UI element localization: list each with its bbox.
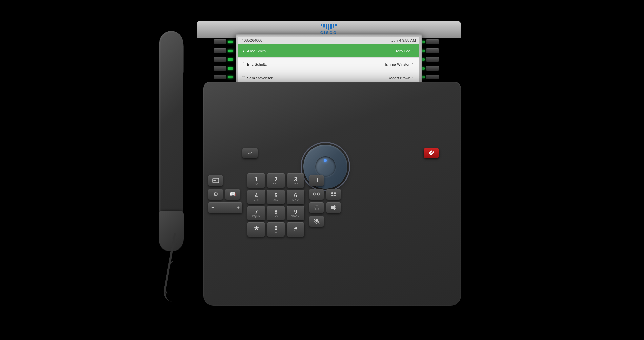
right-func-row-1: ⏸ [309, 175, 341, 186]
side-key-right-2[interactable] [426, 48, 439, 53]
keypad-area: ⚙ 📖 − + 1 i@ 2 ABC 3 DEF 4 [208, 173, 456, 237]
contacts-button[interactable]: 📖 [225, 189, 240, 200]
screen-header: 4085264000 July 4 9:58 AM [238, 37, 419, 44]
side-btn-right-5[interactable] [419, 75, 439, 79]
svg-point-8 [331, 192, 333, 194]
num-key-3[interactable]: 3 DEF [287, 173, 304, 188]
contact-arrow-right-0: ^ [412, 49, 417, 53]
right-func-row-3: 🎧 [309, 202, 341, 213]
num-key-9[interactable]: 9 WXYZ [287, 206, 304, 220]
cisco-bar-7 [335, 24, 337, 26]
mute-button[interactable] [309, 216, 324, 227]
num-sub-2: DEF [293, 182, 299, 185]
svg-marker-10 [331, 205, 335, 210]
function-buttons-right: ⏸ [309, 175, 341, 227]
phone-body: ↩ ☎ [203, 82, 461, 306]
num-key-5[interactable]: 5 JKL [267, 190, 285, 204]
contact-row-1[interactable]: ⌒ Eric Schultz Emma Winston ^ [238, 58, 419, 71]
speaker-button[interactable] [326, 202, 341, 213]
num-main-4: 5 [275, 193, 278, 199]
side-led-left-2 [228, 50, 233, 52]
num-sub-4: JKL [273, 199, 278, 201]
conference-button[interactable] [326, 189, 341, 200]
side-btn-left-1[interactable] [214, 39, 233, 44]
num-sub-10: — [275, 231, 277, 233]
contact-arrow-right-1: ^ [412, 63, 417, 66]
side-led-left-3 [228, 58, 233, 61]
contact-right-name-1: Emma Winston [385, 62, 410, 67]
num-sub-3: GHI [254, 199, 259, 201]
num-main-1: 2 [275, 177, 278, 182]
side-btn-right-1[interactable] [419, 39, 439, 44]
side-key-left-1[interactable] [214, 39, 226, 44]
cisco-bar-1 [321, 24, 322, 26]
contact-right-name-0: Tony Lee [395, 49, 410, 53]
num-key-1[interactable]: 1 i@ [247, 173, 265, 188]
side-key-right-4[interactable] [426, 66, 439, 71]
cisco-bar-4 [328, 24, 329, 30]
num-main-8: 9 [294, 209, 297, 215]
side-btn-left-2[interactable] [214, 48, 233, 53]
contact-arrow-left-1: ⌒ [241, 62, 246, 67]
num-key-6[interactable]: 6 MNO [287, 190, 304, 204]
hold-button[interactable]: ⏸ [309, 175, 324, 186]
num-key-star[interactable]: ★ + [247, 222, 265, 237]
side-btn-left-4[interactable] [214, 66, 233, 71]
contact-name-0: Alice Smith [247, 49, 395, 53]
num-key-hash[interactable]: # [287, 222, 304, 237]
num-sub-5: MNO [292, 199, 299, 201]
num-sub-0: i@ [255, 182, 258, 185]
side-key-right-1[interactable] [426, 39, 439, 44]
num-key-0[interactable]: 0 — [267, 222, 285, 237]
side-buttons-right [419, 39, 439, 79]
volume-control[interactable]: − + [208, 202, 242, 213]
func-row-1 [208, 175, 242, 186]
side-key-left-2[interactable] [214, 48, 226, 53]
num-key-8[interactable]: 8 TUV [267, 206, 285, 220]
end-call-button[interactable]: ☎ [424, 148, 439, 158]
svg-line-1 [213, 180, 214, 181]
num-main-0: 1 [255, 177, 258, 182]
numpad: 1 i@ 2 ABC 3 DEF 4 GHI 5 JKL 6 MNO 7 PQR… [247, 173, 304, 237]
volume-plus-icon: + [237, 205, 240, 210]
num-main-3: 4 [255, 193, 258, 199]
contact-name-2: Sam Stevenson [247, 76, 388, 80]
cisco-bar-2 [323, 24, 325, 28]
num-main-6: 7 [255, 209, 258, 215]
contact-arrow-right-2: ^ [412, 76, 417, 80]
side-btn-left-5[interactable] [214, 75, 233, 79]
side-btn-right-2[interactable] [419, 48, 439, 53]
back-button[interactable]: ↩ [242, 148, 258, 158]
num-key-4[interactable]: 4 GHI [247, 190, 265, 204]
svg-point-9 [334, 192, 336, 194]
end-call-icon: ☎ [427, 149, 435, 157]
side-key-left-5[interactable] [214, 75, 226, 79]
num-sub-8: WXYZ [291, 215, 300, 217]
voicemail-button[interactable] [208, 175, 223, 186]
side-key-right-3[interactable] [426, 57, 439, 62]
right-func-row-2 [309, 189, 341, 200]
side-btn-right-3[interactable] [419, 57, 439, 62]
svg-point-6 [318, 193, 320, 195]
transfer-button[interactable] [309, 189, 324, 200]
settings-button[interactable]: ⚙ [208, 189, 223, 200]
handset [149, 31, 193, 262]
side-key-left-4[interactable] [214, 66, 226, 71]
num-sub-7: TUV [273, 215, 279, 217]
num-key-7[interactable]: 7 PQRS [247, 206, 265, 220]
contact-name-1: Eric Schultz [247, 62, 385, 67]
side-btn-right-4[interactable] [419, 66, 439, 71]
num-key-2[interactable]: 2 ABC [267, 173, 285, 188]
phone-device: CISCO [169, 21, 475, 319]
side-key-left-3[interactable] [214, 57, 226, 62]
contact-arrow-left-0: ▲ [241, 49, 246, 53]
contact-row-0[interactable]: ▲ Alice Smith Tony Lee ^ [238, 44, 419, 58]
side-btn-left-3[interactable] [214, 57, 233, 62]
volume-minus-icon: − [211, 205, 214, 211]
num-main-7: 8 [275, 209, 278, 215]
headset-button[interactable]: 🎧 [309, 202, 324, 213]
function-buttons-left: ⚙ 📖 − + [208, 175, 242, 213]
contact-right-name-2: Robert Brown [388, 76, 410, 80]
side-key-right-5[interactable] [426, 75, 439, 79]
svg-line-2 [214, 180, 215, 181]
